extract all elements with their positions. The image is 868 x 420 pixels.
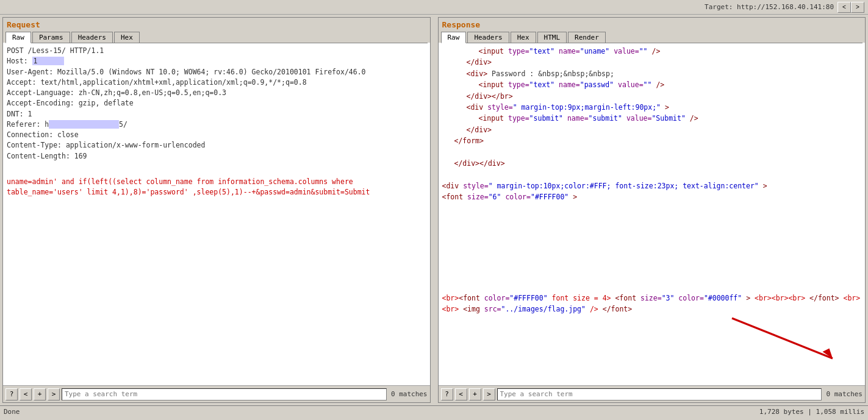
- request-bottom-bar: ? < + > 0 matches: [3, 385, 430, 402]
- resp-line-7: <input type="submit" name="submit" value…: [442, 113, 862, 124]
- request-blank: [7, 166, 426, 177]
- tab-hex-response[interactable]: Hex: [511, 32, 536, 43]
- request-line-1: POST /Less-15/ HTTP/1.1: [7, 46, 426, 56]
- response-content: <input type="text" name="uname" value=""…: [439, 43, 866, 385]
- response-next-btn[interactable]: >: [483, 388, 495, 400]
- response-bottom-bar: ? < + > 0 matches: [439, 385, 866, 402]
- response-search-input[interactable]: [497, 388, 822, 400]
- tab-raw-request[interactable]: Raw: [5, 32, 31, 43]
- resp-line-8: </div>: [442, 124, 862, 135]
- response-help-btn[interactable]: ?: [441, 388, 453, 400]
- resp-line-6: <div style=" margin-top:9px;margin-left:…: [442, 102, 862, 113]
- request-sql: uname=admin' and if(left((select column_…: [7, 177, 426, 198]
- response-matches: 0 matches: [826, 390, 863, 398]
- request-line-11: Content-Length: 169: [7, 151, 426, 162]
- status-right: 1,728 bytes | 1,058 millis: [759, 408, 864, 416]
- resp-line-5: </div></br>: [442, 91, 862, 102]
- response-pane: Response Raw Headers Hex HTML Render <in…: [438, 17, 866, 403]
- resp-blank-5: [442, 225, 862, 236]
- resp-blank-8: [442, 258, 862, 269]
- resp-blank-7: [442, 247, 862, 258]
- response-tabs: Raw Headers Hex HTML Render: [439, 30, 866, 43]
- request-help-btn[interactable]: ?: [5, 388, 18, 400]
- request-line-3: User-Agent: Mozilla/5.0 (Windows NT 10.0…: [7, 67, 426, 77]
- nav-left-btn[interactable]: <: [838, 2, 851, 13]
- tab-raw-response[interactable]: Raw: [441, 32, 467, 43]
- request-add-btn[interactable]: +: [34, 388, 46, 400]
- request-content: POST /Less-15/ HTTP/1.1 Host: 1 User-Age…: [3, 43, 430, 385]
- request-line-6: Accept-Encoding: gzip, deflate: [7, 98, 426, 109]
- tab-render-response[interactable]: Render: [568, 32, 606, 43]
- resp-blank-1: [442, 147, 862, 158]
- request-line-9: Connection: close: [7, 130, 426, 140]
- request-tabs: Raw Params Headers Hex: [3, 30, 430, 43]
- resp-blank-4: [442, 214, 862, 225]
- response-title: Response: [439, 18, 866, 30]
- resp-line-1: <input type="text" name="uname" value=""…: [442, 46, 862, 57]
- resp-blank-10: [442, 281, 862, 292]
- status-left: Done: [4, 408, 20, 416]
- request-pane: Request Raw Params Headers Hex POST /Les…: [2, 17, 431, 403]
- resp-line-12: <font size="6" color="#FFFF00" >: [442, 191, 862, 202]
- resp-line-2: </div>: [442, 57, 862, 68]
- main-container: Request Raw Params Headers Hex POST /Les…: [0, 15, 868, 405]
- pane-divider: [433, 15, 436, 405]
- status-bar: Done 1,728 bytes | 1,058 millis: [0, 405, 868, 418]
- resp-blank-6: [442, 237, 862, 247]
- resp-blank-2: [442, 169, 862, 180]
- request-line-7: DNT: 1: [7, 109, 426, 119]
- request-line-5: Accept-Language: zh-CN,zh;q=0.8,en-US;q=…: [7, 88, 426, 98]
- request-line-2: Host: 1: [7, 56, 426, 66]
- resp-line-10: </div></div>: [442, 158, 862, 169]
- nav-right-btn[interactable]: >: [851, 2, 864, 13]
- request-line-10: Content-Type: application/x-www-form-url…: [7, 140, 426, 151]
- resp-line-4: <input type="text" name="passwd" value="…: [442, 79, 862, 90]
- target-label: Target: http://152.168.40.141:80: [705, 3, 834, 11]
- response-add-btn[interactable]: +: [469, 388, 481, 400]
- request-search-input[interactable]: [62, 388, 387, 400]
- tab-hex-request[interactable]: Hex: [114, 32, 140, 43]
- request-title: Request: [3, 18, 430, 30]
- resp-blank-9: [442, 270, 862, 281]
- tab-params-request[interactable]: Params: [32, 32, 70, 43]
- tab-headers-response[interactable]: Headers: [467, 32, 509, 43]
- request-line-8: Referer: h 5/: [7, 119, 426, 130]
- resp-blank-3: [442, 202, 862, 213]
- tab-html-response[interactable]: HTML: [537, 32, 567, 43]
- resp-line-9: </form>: [442, 135, 862, 146]
- request-prev-btn[interactable]: <: [20, 388, 32, 400]
- resp-line-13: <br><font color="#FFFF00" font size = 4>…: [442, 293, 862, 315]
- tab-headers-request[interactable]: Headers: [71, 32, 113, 43]
- request-next-btn[interactable]: >: [48, 388, 60, 400]
- response-prev-btn[interactable]: <: [455, 388, 467, 400]
- resp-line-3: <div> Password : &nbsp;&nbsp;&nbsp;: [442, 68, 862, 79]
- request-matches: 0 matches: [391, 390, 428, 398]
- request-line-4: Accept: text/html,application/xhtml+xml,…: [7, 77, 426, 88]
- resp-line-11: <div style=" margin-top:10px;color:#FFF;…: [442, 180, 862, 191]
- top-bar: Target: http://152.168.40.141:80 < >: [0, 0, 868, 15]
